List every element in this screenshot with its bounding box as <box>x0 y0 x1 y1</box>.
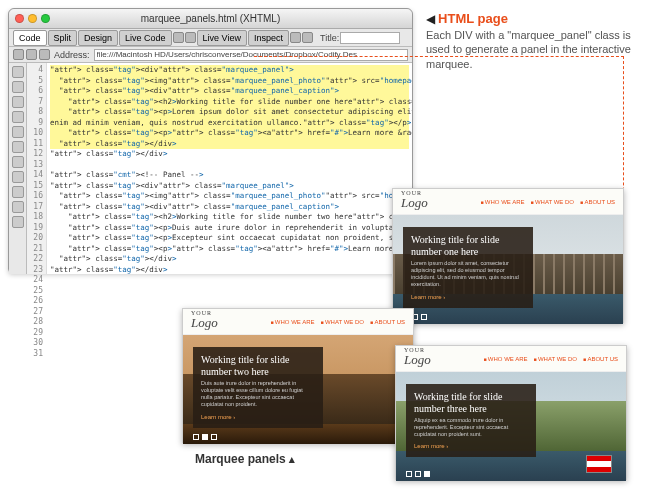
address-label: Address: <box>54 50 90 60</box>
close-icon[interactable] <box>15 14 24 23</box>
line-gutter: 4567891011121314151617181920212223242526… <box>27 63 47 274</box>
marquee-panel-preview-1: YOURLogo WHO WE AREWHAT WE DOABOUT US Wo… <box>392 188 624 323</box>
tool-icon[interactable] <box>185 32 196 43</box>
learn-more-link[interactable]: Learn more › <box>414 443 448 449</box>
tool-icon[interactable] <box>302 32 313 43</box>
tool-icon[interactable] <box>12 111 24 123</box>
window-title: marquee_panels.html (XHTML) <box>141 13 281 24</box>
annotation-body: Each DIV with a "marquee_panel" class is… <box>426 29 631 71</box>
panel-nav: WHO WE AREWHAT WE DOABOUT US <box>270 319 405 325</box>
maximize-icon[interactable] <box>41 14 50 23</box>
left-arrow-icon: ◀ <box>426 12 435 26</box>
code-area[interactable]: "attr"> class="tag"><div"attr"> class="m… <box>47 63 412 274</box>
annotation-html-page: ◀ HTML page Each DIV with a "marquee_pan… <box>426 10 636 72</box>
live-code-button[interactable]: Live Code <box>119 30 172 46</box>
marquee-panel-preview-3: YOURLogo WHO WE AREWHAT WE DOABOUT US Wo… <box>395 345 627 480</box>
panel-hero: Working title for slide number two here … <box>183 335 413 444</box>
back-icon[interactable] <box>13 49 24 60</box>
annotation-heading: HTML page <box>438 11 508 26</box>
caption-title: Working title for slide number two here <box>201 354 315 377</box>
caption-title: Working title for slide number one here <box>411 234 525 257</box>
slide-dots[interactable] <box>193 434 217 440</box>
panel-caption: Working title for slide number three her… <box>406 384 536 457</box>
learn-more-link[interactable]: Learn more › <box>201 414 235 420</box>
panel-nav: WHO WE AREWHAT WE DOABOUT US <box>483 356 618 362</box>
tool-icon[interactable] <box>12 141 24 153</box>
code-editor-window: marquee_panels.html (XHTML) Code Split D… <box>8 8 413 273</box>
learn-more-link[interactable]: Learn more › <box>411 294 445 300</box>
forward-icon[interactable] <box>26 49 37 60</box>
traffic-lights <box>15 14 50 23</box>
panel-header: YOURLogo WHO WE AREWHAT WE DOABOUT US <box>396 346 626 372</box>
panel-hero: Working title for slide number three her… <box>396 372 626 481</box>
panel-caption: Working title for slide number two here … <box>193 347 323 428</box>
logo: YOURLogo <box>401 192 428 211</box>
tool-icon[interactable] <box>12 81 24 93</box>
inspect-button[interactable]: Inspect <box>248 30 289 46</box>
panel-hero: Working title for slide number one here … <box>393 215 623 324</box>
tool-icon[interactable] <box>12 201 24 213</box>
caption-text: Lorem ipsum dolor sit amet, consectetur … <box>411 260 525 289</box>
tool-icon[interactable] <box>12 66 24 78</box>
panel-header: YOURLogo WHO WE AREWHAT WE DOABOUT US <box>393 189 623 215</box>
logo: YOURLogo <box>404 349 431 368</box>
panel-caption: Working title for slide number one here … <box>403 227 533 308</box>
minimize-icon[interactable] <box>28 14 37 23</box>
annotation-marquee-panels: Marquee panels ▴ <box>195 452 295 466</box>
up-arrow-icon: ▴ <box>289 453 295 465</box>
tool-icon[interactable] <box>12 126 24 138</box>
tab-code[interactable]: Code <box>13 30 47 46</box>
editor-body: 4567891011121314151617181920212223242526… <box>9 63 412 274</box>
panel-nav: WHO WE AREWHAT WE DOABOUT US <box>480 199 615 205</box>
slide-dots[interactable] <box>406 471 430 477</box>
view-toolbar: Code Split Design Live Code Live View In… <box>9 29 412 47</box>
tool-icon[interactable] <box>12 171 24 183</box>
tab-split[interactable]: Split <box>48 30 78 46</box>
window-titlebar[interactable]: marquee_panels.html (XHTML) <box>9 9 412 29</box>
tool-icon[interactable] <box>12 96 24 108</box>
multiscreen-icon[interactable] <box>290 32 301 43</box>
side-toolbar <box>9 63 27 274</box>
tool-icon[interactable] <box>12 156 24 168</box>
title-label: Title: <box>320 33 339 43</box>
tool-icon[interactable] <box>12 186 24 198</box>
caption-text: Aliquip ex ea commodo irure dolor in rep… <box>414 417 528 438</box>
tool-icon[interactable] <box>173 32 184 43</box>
home-icon[interactable] <box>39 49 50 60</box>
title-input[interactable] <box>340 32 400 44</box>
caption-title: Working title for slide number three her… <box>414 391 528 414</box>
flag-icon <box>586 455 612 473</box>
logo: YOURLogo <box>191 312 218 331</box>
tool-icon[interactable] <box>12 216 24 228</box>
live-view-button[interactable]: Live View <box>197 30 247 46</box>
tab-design[interactable]: Design <box>78 30 118 46</box>
caption-text: Duis aute irure dolor in reprehenderit i… <box>201 380 315 409</box>
address-toolbar: Address: <box>9 47 412 63</box>
panel-header: YOURLogo WHO WE AREWHAT WE DOABOUT US <box>183 309 413 335</box>
address-input[interactable] <box>94 49 408 61</box>
marquee-panel-preview-2: YOURLogo WHO WE AREWHAT WE DOABOUT US Wo… <box>182 308 414 443</box>
